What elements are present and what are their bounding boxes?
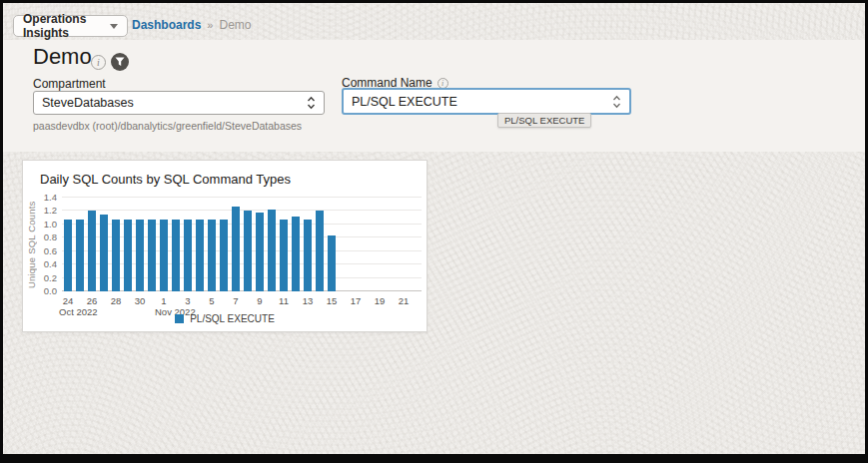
x-tick-label: 9 — [257, 295, 262, 306]
gridline — [62, 197, 422, 198]
bar-nov-5[interactable] — [208, 220, 216, 291]
x-tick-label: 7 — [233, 295, 238, 306]
x-tick-label: 15 — [327, 295, 338, 306]
chevron-down-icon — [110, 24, 118, 29]
bar-oct-24[interactable] — [64, 220, 72, 291]
bar-oct-29[interactable] — [124, 220, 132, 291]
bar-oct-28[interactable] — [112, 220, 120, 291]
gridline — [62, 210, 422, 211]
x-tick-label: 30 — [135, 295, 146, 306]
select-stepper-icon — [612, 95, 621, 109]
dashboard-info-icon[interactable]: i — [91, 55, 106, 70]
y-tick-label: 0.4 — [33, 258, 57, 269]
chart-legend: PL/SQL EXECUTE — [23, 313, 427, 324]
command-name-info-icon[interactable]: i — [437, 78, 448, 89]
bar-nov-7[interactable] — [232, 207, 240, 291]
x-tick-label: 13 — [303, 295, 314, 306]
x-tick-label: 11 — [279, 295, 289, 306]
app-switcher-label: Operations Insights — [23, 12, 110, 40]
bar-nov-8[interactable] — [244, 211, 252, 291]
bar-nov-15[interactable] — [328, 235, 336, 291]
y-tick-label: 0.0 — [33, 285, 57, 296]
filter-funnel-icon[interactable] — [111, 53, 129, 71]
select-stepper-icon — [307, 96, 316, 110]
x-tick-label: 19 — [375, 295, 386, 306]
breadcrumb-current: Demo — [219, 18, 251, 32]
y-tick-label: 1.4 — [33, 192, 57, 203]
bar-nov-1[interactable] — [160, 220, 168, 291]
x-tick-label: 5 — [209, 295, 214, 306]
x-tick-label: 21 — [399, 295, 410, 306]
bar-oct-31[interactable] — [148, 220, 156, 291]
bar-nov-13[interactable] — [304, 220, 312, 292]
app-window: Operations Insights Dashboards » Demo De… — [0, 0, 868, 463]
breadcrumb: Dashboards » Demo — [132, 18, 252, 32]
bar-nov-6[interactable] — [220, 220, 228, 291]
up-down-chevrons — [612, 95, 621, 109]
bar-nov-14[interactable] — [316, 211, 324, 291]
funnel-glyph — [115, 57, 125, 67]
y-tick-label: 0.8 — [33, 232, 57, 242]
x-tick-label: 26 — [87, 295, 98, 306]
bar-nov-4[interactable] — [196, 220, 204, 291]
bar-oct-30[interactable] — [136, 220, 144, 291]
chart-title: Daily SQL Counts by SQL Command Types — [40, 172, 291, 187]
x-tick-label: 1 — [161, 295, 166, 306]
legend-label: PL/SQL EXECUTE — [190, 313, 275, 324]
x-tick-label: 3 — [185, 295, 190, 306]
compartment-label-row: Compartment — [33, 77, 106, 91]
compartment-select[interactable]: SteveDatabases — [33, 91, 325, 115]
bar-nov-3[interactable] — [184, 220, 192, 291]
y-tick-label: 0.2 — [33, 272, 57, 283]
x-tick-label: 17 — [351, 295, 362, 306]
chart-card: Daily SQL Counts by SQL Command Types Un… — [22, 160, 428, 332]
bar-nov-9[interactable] — [256, 213, 264, 291]
command-name-selected-value: PL/SQL EXECUTE — [352, 95, 457, 109]
bar-nov-10[interactable] — [268, 210, 276, 291]
x-tick-label: 24 — [63, 295, 74, 306]
command-name-select[interactable]: PL/SQL EXECUTE — [342, 88, 631, 115]
y-tick-label: 1.2 — [33, 205, 57, 216]
bar-oct-27[interactable] — [100, 215, 108, 291]
page-title: Demo — [33, 44, 92, 70]
plot-area: 0.00.20.40.60.81.01.21.42426283013579111… — [62, 198, 422, 291]
y-tick-label: 1.0 — [33, 219, 57, 230]
compartment-path: paasdevdbx (root)/dbanalytics/greenfield… — [33, 120, 302, 132]
compartment-selected-value: SteveDatabases — [42, 96, 134, 110]
breadcrumb-separator-icon: » — [207, 19, 213, 31]
bar-nov-12[interactable] — [292, 217, 300, 291]
command-name-tooltip: PL/SQL EXECUTE — [497, 113, 591, 128]
bar-oct-25[interactable] — [76, 220, 84, 291]
app-switcher-button[interactable]: Operations Insights — [13, 15, 128, 37]
x-tick-label: 28 — [111, 295, 122, 306]
bar-nov-11[interactable] — [280, 220, 288, 292]
up-down-chevrons — [307, 96, 316, 110]
compartment-label: Compartment — [33, 77, 106, 91]
y-tick-label: 0.6 — [33, 245, 57, 256]
breadcrumb-link-dashboards[interactable]: Dashboards — [132, 18, 201, 32]
bar-nov-2[interactable] — [172, 220, 180, 291]
bar-oct-26[interactable] — [88, 211, 96, 291]
legend-swatch — [175, 314, 184, 323]
